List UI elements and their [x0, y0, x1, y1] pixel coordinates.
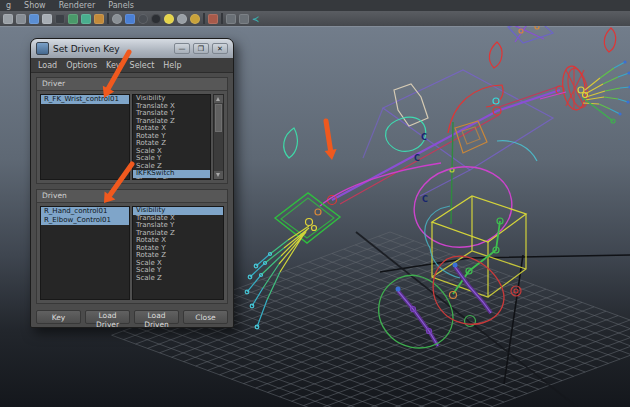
- dialog-menu-item[interactable]: Key: [106, 61, 121, 70]
- panel-menu-item[interactable]: Panels: [108, 1, 134, 10]
- dialog-menubar: LoadOptionsKeySelectHelp: [31, 58, 233, 73]
- driven-section-label: Driven: [37, 190, 227, 203]
- panel-menu-item[interactable]: g: [6, 1, 11, 10]
- driven-object-item[interactable]: R_Hand_control01: [41, 207, 129, 216]
- isolate-select-icon[interactable]: [226, 14, 236, 24]
- textured-mode-icon[interactable]: [138, 14, 148, 24]
- dialog-menu-item[interactable]: Load: [38, 61, 57, 70]
- scrollbar-thumb[interactable]: [215, 104, 222, 132]
- dialog-button[interactable]: Load Driver: [85, 310, 130, 324]
- panel-menu-item[interactable]: Renderer: [59, 1, 96, 10]
- dialog-button[interactable]: Key: [36, 310, 81, 324]
- scroll-down-icon[interactable]: [214, 171, 223, 179]
- driven-attribute-list: VisibilityTranslate XTranslate YTranslat…: [132, 206, 224, 300]
- maximize-button[interactable]: ❐: [193, 43, 209, 54]
- uv-editor-icon[interactable]: [94, 14, 104, 24]
- outliner-icon[interactable]: [68, 14, 78, 24]
- dialog-menu-item[interactable]: Select: [130, 61, 155, 70]
- all-lights-icon[interactable]: [177, 14, 187, 24]
- render-view-icon[interactable]: [29, 14, 39, 24]
- dialog-menu-item[interactable]: Help: [163, 61, 181, 70]
- driver-attribute-item[interactable]: Thumb Finger: [133, 178, 210, 181]
- driver-object-item[interactable]: R_FK_Wrist_control01: [41, 95, 129, 104]
- dialog-buttons: KeyLoad DriverLoad DrivenClose: [31, 304, 233, 324]
- panel-menubar: gShowRendererPanels: [0, 0, 630, 11]
- scroll-up-icon[interactable]: [214, 95, 223, 103]
- cluster-handle-label: C: [421, 133, 427, 142]
- close-button[interactable]: ✕: [212, 43, 228, 54]
- cluster-handle-label: C: [422, 195, 428, 204]
- driver-section: Driver R_FK_Wrist_control01 VisibilityTr…: [36, 77, 228, 184]
- cluster-handle-label: C: [414, 154, 420, 163]
- set-driven-key-window: Set Driven Key —❐✕ LoadOptionsKeySelectH…: [30, 38, 234, 328]
- toolbar-separator: [203, 13, 205, 24]
- driver-attributes-scrollbar[interactable]: [213, 94, 224, 180]
- toolbar-separator: [221, 13, 223, 24]
- camera-gate-icon[interactable]: ≺: [252, 14, 260, 24]
- driven-object-item[interactable]: R_Elbow_Control01: [41, 216, 129, 225]
- four-view-icon[interactable]: [16, 14, 26, 24]
- wireframe-mode-icon[interactable]: [112, 14, 122, 24]
- window-controls: —❐✕: [174, 43, 228, 54]
- checker-material-icon[interactable]: [151, 14, 161, 24]
- default-light-icon[interactable]: [164, 14, 174, 24]
- shadows-icon[interactable]: [190, 14, 200, 24]
- dialog-button[interactable]: Close: [183, 310, 228, 324]
- graph-editor-icon[interactable]: [81, 14, 91, 24]
- dialog-button[interactable]: Load Driven: [134, 310, 179, 324]
- shaded-mode-icon[interactable]: [125, 14, 135, 24]
- hypershade-icon[interactable]: [42, 14, 52, 24]
- window-icon: [36, 42, 49, 55]
- driver-object-list: R_FK_Wrist_control01: [40, 94, 130, 180]
- driver-attribute-list: VisibilityTranslate XTranslate YTranslat…: [132, 94, 211, 180]
- panel-menu-item[interactable]: Show: [24, 1, 46, 10]
- toolbar-separator: [107, 13, 109, 24]
- scrollbar-track[interactable]: [214, 133, 223, 171]
- grease-pencil-icon[interactable]: [239, 14, 249, 24]
- driven-object-list: R_Hand_control01R_Elbow_Control01: [40, 206, 130, 300]
- dialog-menu-item[interactable]: Options: [66, 61, 97, 70]
- driven-section: Driven R_Hand_control01R_Elbow_Control01…: [36, 189, 228, 304]
- panel-layout-icon[interactable]: [3, 14, 13, 24]
- driven-attribute-item[interactable]: Scale Z: [133, 275, 223, 283]
- close-view-icon[interactable]: [55, 14, 65, 24]
- maya-window: gShowRendererPanels ≺: [0, 0, 630, 407]
- paint-effects-icon[interactable]: [208, 14, 218, 24]
- panel-toolbar: ≺: [0, 11, 630, 27]
- window-title: Set Driven Key: [53, 44, 170, 54]
- minimize-button[interactable]: —: [174, 43, 190, 54]
- titlebar[interactable]: Set Driven Key —❐✕: [31, 39, 233, 58]
- driver-section-label: Driver: [37, 78, 227, 91]
